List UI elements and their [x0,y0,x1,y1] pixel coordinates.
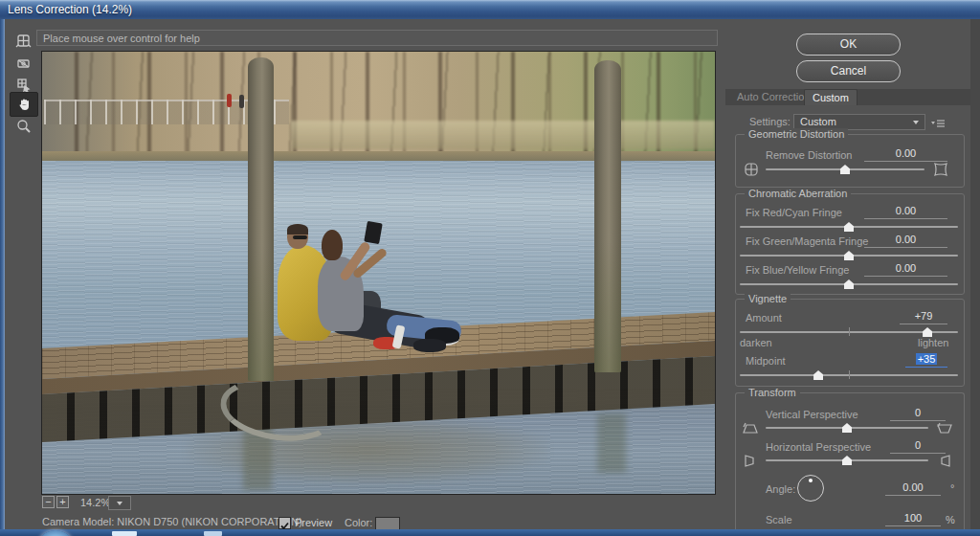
preview-label: Preview [295,517,332,528]
scale-label: Scale [766,514,792,525]
slider-thumb[interactable] [844,251,854,260]
geometric-distortion-title: Geometric Distortion [745,128,848,140]
windows-taskbar[interactable] [0,529,980,536]
remove-distortion-value[interactable]: 0.00 [864,147,947,162]
zoom-out-button[interactable]: − [42,496,55,508]
ok-button[interactable]: OK [796,34,901,56]
window-title: Lens Correction (14.2%) [8,3,132,16]
vignette-midpoint-value[interactable]: +35 [905,353,947,368]
photo-man-head [287,224,308,249]
angle-unit: ° [950,482,954,494]
slider-thumb[interactable] [844,279,854,289]
zoom-level-dropdown[interactable] [108,496,131,510]
photo-distant-person-red [227,94,232,107]
fix-blue-yellow-label: Fix Blue/Yellow Fringe [746,264,849,276]
help-text: Place mouse over control for help [43,33,200,44]
chevron-down-icon [913,121,919,124]
color-swatch[interactable] [375,517,400,530]
cancel-button[interactable]: Cancel [796,60,901,82]
photo-right-post-reflection [597,413,626,473]
zoom-in-button[interactable]: + [56,496,69,508]
color-label: Color: [345,517,372,528]
photo-man-hair [287,224,308,234]
angle-dial-marker [809,479,813,482]
angle-value[interactable]: 0.00 [885,481,941,496]
remove-distortion-tool[interactable] [10,29,36,52]
fix-red-cyan-value[interactable]: 0.00 [864,205,947,219]
help-bar: Place mouse over control for help [36,30,718,46]
flyout-menu-icon [930,118,946,129]
slider-thumb[interactable] [842,423,852,433]
photo-right-post [594,60,621,372]
photo-woman-hair [322,230,343,260]
scale-unit: % [946,514,955,525]
horizontal-perspective-right-icon [938,454,953,472]
settings-value: Custom [800,115,836,129]
photo-left-post [248,57,274,381]
chromatic-aberration-title: Chromatic Aberration [745,188,851,199]
magnifier-icon [15,118,32,134]
straighten-icon [15,55,32,71]
zoom-in-label: + [59,496,65,507]
slider-thumb[interactable] [923,327,932,337]
photo-distant-person-dark [239,95,244,108]
vignette-midpoint-slider[interactable] [740,369,958,381]
slider-thumb[interactable] [840,165,850,174]
taskbar-item[interactable] [204,531,222,536]
photo-left-post-moss [248,245,274,381]
fix-green-magenta-label: Fix Green/Magenta Fringe [746,235,868,247]
straighten-tool[interactable] [10,51,36,74]
taskbar-item[interactable] [112,531,137,536]
photo-sunglasses [293,235,307,239]
preview-image[interactable] [41,51,716,495]
vertical-perspective-left-icon [742,421,759,438]
slider-center-tick [849,370,850,379]
window-left-border [0,19,5,529]
zoom-out-label: − [45,496,51,507]
horizontal-perspective-slider[interactable] [766,455,928,466]
slider-thumb[interactable] [842,456,852,465]
vignette-amount-value[interactable]: +79 [900,310,947,324]
photo-right-post-moss [594,241,621,372]
fix-red-cyan-slider[interactable] [740,221,958,233]
slider-thumb[interactable] [813,370,823,380]
horizontal-perspective-left-icon [742,454,757,472]
vertical-perspective-value[interactable]: 0 [890,407,946,421]
distortion-grid-icon [15,33,32,49]
slider-thumb[interactable] [844,222,854,232]
midpoint-selected-text: +35 [916,353,938,365]
vertical-perspective-right-icon [936,421,953,438]
window-right-edge [970,19,980,529]
remove-distortion-label: Remove Distortion [766,149,852,161]
barrel-distortion-icon [744,162,759,181]
window-titlebar[interactable]: Lens Correction (14.2%) [0,0,980,19]
vignette-title: Vignette [745,293,791,304]
fix-blue-yellow-value[interactable]: 0.00 [864,262,947,277]
horizontal-perspective-label: Horizontal Perspective [766,441,871,453]
tab-bar: Auto Correction Custom [725,89,970,106]
move-grid-icon [15,77,32,93]
fix-red-cyan-label: Fix Red/Cyan Fringe [746,207,842,218]
horizontal-perspective-value[interactable]: 0 [890,439,946,454]
settings-menu-button[interactable] [930,116,946,133]
fix-blue-yellow-slider[interactable] [740,279,958,290]
photo-field-band [291,121,715,149]
angle-dial[interactable] [797,475,824,502]
vignette-amount-label: Amount [746,312,782,324]
chevron-down-icon [117,502,122,505]
zoom-level: 14.2% [80,497,110,508]
angle-label: Angle: [766,483,795,495]
camera-model-text: Camera Model: NIKON D750 (NIKON CORPORAT… [42,516,302,527]
scale-value[interactable]: 100 [885,512,941,526]
zoom-tool[interactable] [10,114,36,137]
vertical-perspective-label: Vertical Perspective [766,409,858,420]
vignette-midpoint-label: Midpoint [746,355,786,367]
remove-distortion-slider[interactable] [766,164,924,175]
fix-green-magenta-slider[interactable] [740,250,958,261]
pincushion-distortion-icon [933,162,948,181]
vertical-perspective-slider[interactable] [766,422,928,434]
tab-custom[interactable]: Custom [804,89,858,106]
vignette-lighten-label: lighten [918,337,948,348]
fix-green-magenta-value[interactable]: 0.00 [864,234,947,248]
preview-checkbox[interactable] [278,517,291,529]
